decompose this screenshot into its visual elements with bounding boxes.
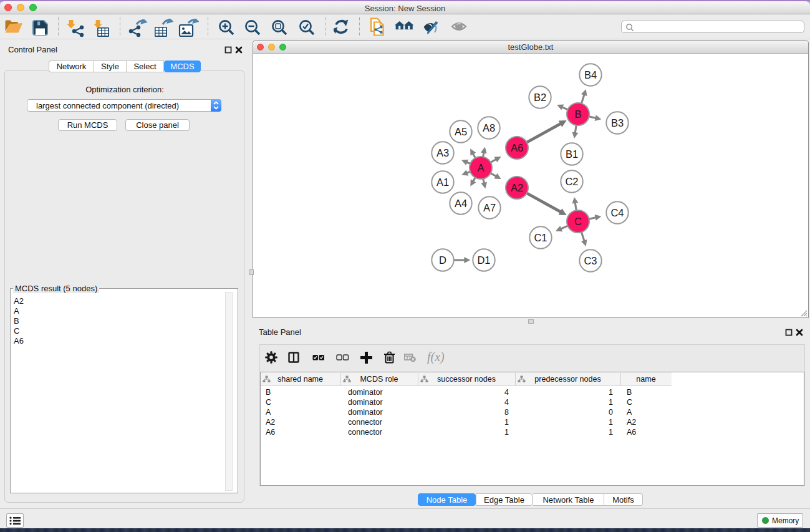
svg-text:A6: A6 [511,142,523,153]
svg-text:A4: A4 [455,198,467,209]
svg-text:C4: C4 [610,207,624,218]
svg-text:C1: C1 [534,232,547,243]
svg-text:A8: A8 [483,122,495,133]
svg-text:A: A [477,162,484,173]
svg-text:A2: A2 [511,182,523,193]
svg-text:C2: C2 [565,176,578,187]
svg-text:A3: A3 [436,147,449,158]
svg-text:B3: B3 [611,117,624,128]
svg-text:C: C [574,216,582,227]
svg-text:D: D [439,254,446,266]
svg-text:B2: B2 [534,92,546,103]
svg-text:B4: B4 [584,69,597,80]
svg-text:C3: C3 [584,255,597,266]
svg-text:B: B [574,109,581,120]
svg-text:A7: A7 [483,202,496,213]
svg-text:A5: A5 [455,126,467,137]
svg-text:A1: A1 [436,177,449,188]
svg-text:D1: D1 [477,254,490,266]
svg-text:B1: B1 [566,148,578,160]
